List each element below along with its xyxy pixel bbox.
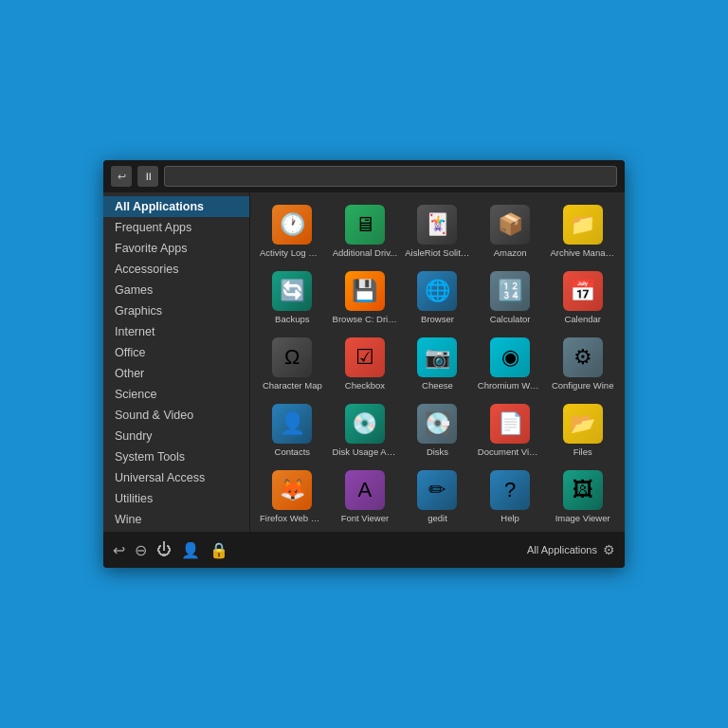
app-label: Browse C: Drive <box>333 314 398 324</box>
application-window: ↩ ⏸ All ApplicationsFrequent AppsFavorit… <box>103 160 625 568</box>
app-icon: 🦊 <box>272 470 312 510</box>
bottom-minus-button[interactable]: ⊖ <box>135 541 147 559</box>
app-icon: 💿 <box>345 404 385 444</box>
app-item[interactable]: 💿Disk Usage Ana... <box>331 399 400 462</box>
app-item[interactable]: ◉Chromium Web ... <box>476 333 545 395</box>
app-label: Character Map <box>260 380 325 391</box>
app-item[interactable]: 🌐Browser <box>403 266 472 329</box>
app-item[interactable]: ?Help <box>476 465 545 528</box>
sidebar: All ApplicationsFrequent AppsFavorite Ap… <box>103 192 250 532</box>
app-label: Font Viewer <box>333 513 398 523</box>
sidebar-item-utilities[interactable]: Utilities <box>103 488 249 509</box>
app-icon: 🕐 <box>272 205 312 245</box>
sidebar-item-accessories[interactable]: Accessories <box>103 259 249 280</box>
app-icon: 💽 <box>417 404 457 444</box>
app-item[interactable]: 🖥Additional Driv... <box>331 200 400 263</box>
bottom-back-button[interactable]: ↩ <box>113 541 125 559</box>
sidebar-item-favorite-apps[interactable]: Favorite Apps <box>103 238 249 259</box>
app-label: Image Viewer <box>550 513 615 523</box>
app-item[interactable]: ⚙Configure Wine <box>548 333 617 395</box>
app-icon: 👤 <box>272 404 312 444</box>
app-item[interactable]: ΩCharacter Map <box>258 333 327 395</box>
app-item[interactable]: 💾Browse C: Drive <box>331 266 400 329</box>
bottom-title: All Applications <box>527 544 597 555</box>
bottom-right-controls: All Applications ⚙ <box>527 542 615 557</box>
app-icon: A <box>345 470 385 510</box>
toolbar: ↩ ⏸ <box>103 160 625 192</box>
app-label: Additional Driv... <box>333 247 398 258</box>
sidebar-item-universal-access[interactable]: Universal Access <box>103 467 249 488</box>
bottom-bar: ↩ ⊖ ⏻ 👤 🔒 All Applications ⚙ <box>103 532 625 568</box>
app-item[interactable]: 📂Files <box>548 399 617 462</box>
app-label: Contacts <box>260 446 325 457</box>
app-icon: 📷 <box>417 337 457 377</box>
app-label: Calculator <box>478 314 543 324</box>
app-item[interactable]: 🖼Image Viewer <box>548 465 617 528</box>
app-label: AisleRiot Solita... <box>405 247 470 258</box>
app-icon: ? <box>490 470 530 510</box>
app-label: Amazon <box>478 247 543 258</box>
search-input[interactable] <box>164 166 617 187</box>
app-icon: 📅 <box>563 271 603 311</box>
sidebar-item-sound-&-video[interactable]: Sound & Video <box>103 405 249 426</box>
app-item[interactable]: 📅Calendar <box>548 266 617 329</box>
app-item[interactable]: ✏gedit <box>403 465 472 528</box>
app-icon: Ω <box>272 337 312 377</box>
bottom-power-button[interactable]: ⏻ <box>156 541 172 559</box>
app-item[interactable]: 🃏AisleRiot Solita... <box>403 200 472 263</box>
app-item[interactable]: 🔄Backups <box>258 266 327 329</box>
sidebar-item-graphics[interactable]: Graphics <box>103 300 249 321</box>
app-label: Configure Wine <box>550 380 615 391</box>
app-icon: 📦 <box>490 205 530 245</box>
app-item[interactable]: AFont Viewer <box>331 465 400 528</box>
sidebar-item-frequent-apps[interactable]: Frequent Apps <box>103 217 249 238</box>
sidebar-item-science[interactable]: Science <box>103 384 249 405</box>
app-icon: 🔢 <box>490 271 530 311</box>
app-icon: 💾 <box>345 271 385 311</box>
app-label: gedit <box>405 513 470 523</box>
app-icon: 📂 <box>563 404 603 444</box>
app-item[interactable]: 📁Archive Manager <box>548 200 617 263</box>
app-icon: 🖥 <box>345 205 385 245</box>
app-label: Calendar <box>550 314 615 324</box>
sidebar-item-all-applications[interactable]: All Applications <box>103 196 249 217</box>
app-item[interactable]: 🦊Firefox Web Br... <box>258 465 327 528</box>
sidebar-item-games[interactable]: Games <box>103 280 249 300</box>
app-label: Files <box>550 446 615 457</box>
sidebar-item-other[interactable]: Other <box>103 363 249 384</box>
sidebar-item-office[interactable]: Office <box>103 342 249 363</box>
app-label: Disks <box>405 446 470 457</box>
app-label: Activity Log Ma... <box>260 247 325 258</box>
app-label: Cheese <box>405 380 470 391</box>
bottom-lock-button[interactable]: 🔒 <box>209 541 228 559</box>
apps-grid: 🕐Activity Log Ma...🖥Additional Driv...🃏A… <box>258 200 617 532</box>
sidebar-item-internet[interactable]: Internet <box>103 321 249 342</box>
app-label: Archive Manager <box>550 247 615 258</box>
app-icon: 📁 <box>563 205 603 245</box>
app-item[interactable]: 🔢Calculator <box>476 266 545 329</box>
bottom-left-controls: ↩ ⊖ ⏻ 👤 🔒 <box>113 541 228 559</box>
app-item[interactable]: 📄Document View... <box>476 399 545 462</box>
pause-button[interactable]: ⏸ <box>137 166 158 187</box>
app-label: Help <box>478 513 543 523</box>
app-item[interactable]: 🕐Activity Log Ma... <box>258 200 327 263</box>
app-item[interactable]: 👤Contacts <box>258 399 327 462</box>
sidebar-item-system-tools[interactable]: System Tools <box>103 446 249 467</box>
settings-button[interactable]: ⚙ <box>603 542 615 557</box>
app-item[interactable]: 💽Disks <box>403 399 472 462</box>
app-label: Document View... <box>478 446 543 457</box>
app-label: Backups <box>260 314 325 324</box>
sidebar-item-wine[interactable]: Wine <box>103 509 249 530</box>
app-label: Disk Usage Ana... <box>333 446 398 457</box>
app-item[interactable]: 📷Cheese <box>403 333 472 395</box>
sidebar-item-sundry[interactable]: Sundry <box>103 426 249 446</box>
app-label: Checkbox <box>333 380 398 391</box>
app-icon: 🌐 <box>417 271 457 311</box>
app-item[interactable]: 📦Amazon <box>476 200 545 263</box>
back-button[interactable]: ↩ <box>111 166 132 187</box>
app-icon: ☑ <box>345 337 385 377</box>
app-item[interactable]: ☑Checkbox <box>331 333 400 395</box>
content-area: 🕐Activity Log Ma...🖥Additional Driv...🃏A… <box>250 192 625 532</box>
app-icon: 🖼 <box>563 470 603 510</box>
bottom-user-button[interactable]: 👤 <box>181 541 200 559</box>
